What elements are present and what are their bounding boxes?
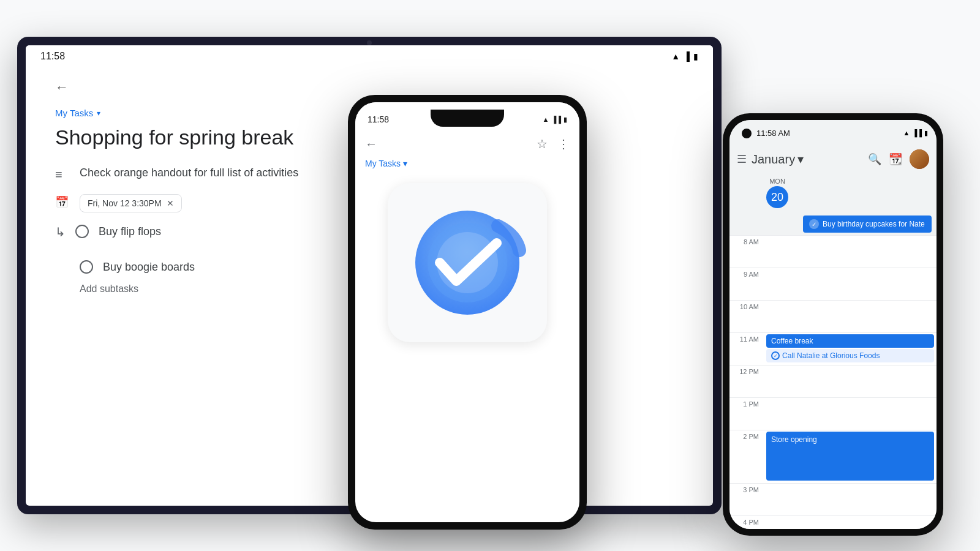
phone-center-time: 11:58	[368, 114, 389, 124]
scene: 11:58 ▲ ▐ ▮ ← My Tasks ▾ Shopping for sp…	[0, 0, 980, 551]
my-tasks-label: My Tasks	[55, 108, 93, 118]
time-content-12pm	[764, 365, 937, 397]
phone-center-screen: 11:58 ▲ ▐▐ ▮ ← ☆ ⋮ My Tasks ▾	[355, 102, 579, 522]
battery-icon: ▮	[693, 51, 698, 61]
phone-right-status-bar: 11:58 AM ▲ ▐▐ ▮	[729, 120, 937, 146]
time-row-8am: 8 AM	[729, 235, 937, 268]
calendar-body: 8 AM 9 AM 10 AM 11 AM Coffee brea	[729, 235, 937, 529]
close-icon[interactable]: ✕	[167, 198, 174, 208]
hamburger-menu-icon[interactable]: ☰	[737, 152, 747, 166]
store-opening-event[interactable]: Store opening	[766, 432, 934, 481]
tasks-logo-card	[388, 183, 547, 342]
time-row-4pm: 4 PM	[729, 515, 937, 529]
phone-right-time: 11:58 AM	[756, 129, 790, 138]
phone-center-header: ← ☆ ⋮	[355, 132, 579, 156]
coffee-break-event[interactable]: Coffee break	[766, 334, 934, 348]
phone-right-status-icons: ▲ ▐▐ ▮	[903, 129, 928, 137]
date-chip-text: Fri, Nov 12 3:30PM	[88, 198, 162, 208]
date-chip[interactable]: Fri, Nov 12 3:30PM ✕	[80, 194, 182, 212]
time-row-12pm: 12 PM	[729, 365, 937, 397]
calendar-header: ☰ January ▾ 🔍 📆	[729, 146, 937, 173]
time-row-11am: 11 AM Coffee break ✓ Call Natalie at Glo…	[729, 332, 937, 365]
time-label-1pm: 1 PM	[729, 398, 764, 408]
day-name-label: Mon	[769, 178, 785, 185]
wifi-icon: ▲	[903, 129, 910, 137]
time-label-8am: 8 AM	[729, 236, 764, 246]
time-label-4pm: 4 PM	[729, 516, 764, 526]
time-label-11am: 11 AM	[729, 333, 764, 343]
phone-center-notch	[431, 110, 504, 127]
signal-icon: ▐	[684, 51, 690, 61]
day-header: Mon 20	[729, 173, 937, 213]
subtask-indent-icon: ↳	[55, 225, 66, 239]
all-day-event[interactable]: ✓ Buy birthday cupcakes for Nate	[803, 216, 932, 233]
chevron-down-icon: ▾	[797, 152, 804, 167]
phone-center-action-icons: ☆ ⋮	[537, 137, 570, 151]
back-arrow-icon[interactable]: ←	[365, 137, 377, 151]
time-content-8am	[764, 236, 937, 268]
time-row-2pm: 2 PM Store opening	[729, 430, 937, 483]
call-natalie-text: Call Natalie at Glorious Foods	[782, 351, 880, 360]
signal-bars-icon: ▐▐	[551, 116, 561, 123]
time-content-11am[interactable]: Coffee break ✓ Call Natalie at Glorious …	[764, 333, 937, 365]
time-row-10am: 10 AM	[729, 300, 937, 332]
time-label-9am: 9 AM	[729, 268, 764, 278]
time-row-3pm: 3 PM	[729, 483, 937, 515]
phone-center-logo-area	[355, 171, 579, 354]
subtask1-checkbox[interactable]	[75, 225, 89, 238]
time-content-9am	[764, 268, 937, 300]
time-content-2pm[interactable]: Store opening	[764, 430, 937, 483]
subtask2-checkbox[interactable]	[80, 260, 93, 274]
notes-icon: ≡	[55, 168, 70, 182]
all-day-event-text: Buy birthday cupcakes for Nate	[823, 220, 925, 228]
subtask2-text: Buy boogie boards	[103, 261, 195, 274]
tablet-time: 11:58	[40, 51, 65, 62]
phone-right-device: 11:58 AM ▲ ▐▐ ▮ ☰ January ▾ 🔍 📆	[723, 113, 943, 536]
phone-center-back[interactable]: ←	[365, 137, 377, 151]
time-content-4pm	[764, 516, 937, 529]
task-complete-icon: ✓	[809, 219, 819, 229]
chevron-down-icon: ▾	[97, 109, 100, 118]
my-tasks-phone-label: My Tasks	[365, 159, 401, 168]
avatar-image	[910, 149, 929, 169]
tasks-logo-svg	[406, 201, 529, 324]
phone-center-device: 11:58 ▲ ▐▐ ▮ ← ☆ ⋮ My Tasks ▾	[348, 95, 587, 530]
calendar-header-right: 🔍 📆	[868, 149, 929, 169]
calendar-icon: 📅	[55, 195, 70, 209]
signal-icon: ▐▐	[912, 129, 922, 137]
description-text: Check orange handout for full list of ac…	[80, 167, 298, 179]
chevron-down-icon: ▾	[403, 159, 407, 168]
battery-icon: ▮	[564, 116, 567, 124]
time-label-12pm: 12 PM	[729, 365, 764, 375]
avatar[interactable]	[910, 149, 929, 169]
time-row-1pm: 1 PM	[729, 397, 937, 430]
wifi-icon: ▲	[671, 51, 680, 61]
star-icon[interactable]: ☆	[537, 137, 548, 151]
time-label-2pm: 2 PM	[729, 430, 764, 440]
call-natalie-event[interactable]: ✓ Call Natalie at Glorious Foods	[766, 349, 934, 362]
month-label: January	[752, 152, 795, 167]
search-icon[interactable]: 🔍	[868, 152, 881, 166]
time-label-3pm: 3 PM	[729, 484, 764, 493]
tablet-status-bar: 11:58 ▲ ▐ ▮	[26, 45, 713, 67]
all-day-section: ✓ Buy birthday cupcakes for Nate	[729, 213, 937, 235]
time-row-9am: 9 AM	[729, 268, 937, 300]
tablet-camera	[367, 40, 372, 45]
calendar-month[interactable]: January ▾	[752, 152, 804, 167]
day-label-group: Mon 20	[766, 178, 788, 208]
time-content-3pm	[764, 484, 937, 515]
calendar-view-icon[interactable]: 📆	[889, 152, 902, 166]
tablet-status-icons: ▲ ▐ ▮	[671, 51, 698, 61]
back-button[interactable]: ←	[55, 80, 69, 96]
phone-right-screen: 11:58 AM ▲ ▐▐ ▮ ☰ January ▾ 🔍 📆	[729, 120, 937, 529]
time-content-10am	[764, 301, 937, 332]
battery-icon: ▮	[924, 129, 928, 137]
time-content-1pm	[764, 398, 937, 430]
task-check-icon: ✓	[771, 351, 780, 360]
phone-center-list-label[interactable]: My Tasks ▾	[355, 156, 579, 171]
phone-center-status-icons: ▲ ▐▐ ▮	[543, 116, 567, 124]
time-label-10am: 10 AM	[729, 301, 764, 310]
phone-right-camera	[742, 129, 752, 138]
more-options-icon[interactable]: ⋮	[557, 137, 570, 151]
wifi-icon: ▲	[543, 116, 549, 123]
